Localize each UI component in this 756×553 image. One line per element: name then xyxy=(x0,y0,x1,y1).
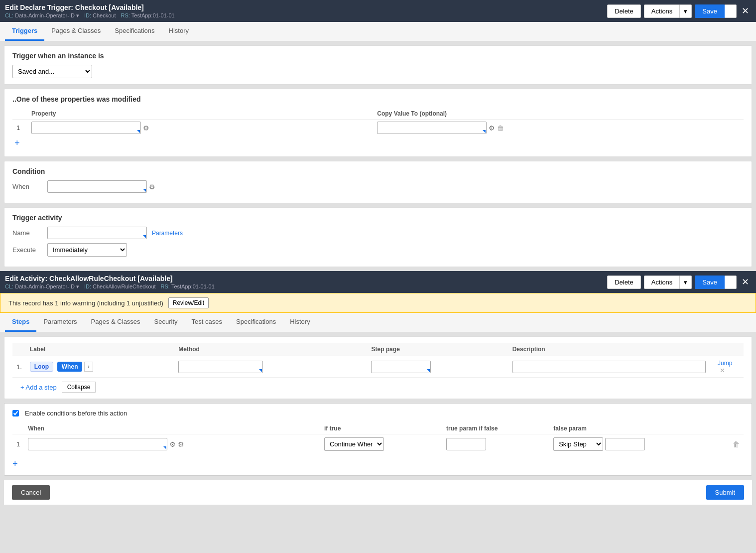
cond-if-true-select[interactable]: Continue Whens Skip Step Stop Activity xyxy=(324,437,384,451)
when-tag[interactable]: When xyxy=(57,362,83,372)
step-page-input[interactable] xyxy=(371,361,431,373)
bottom-id: ID: CheckAllowRuleCheckout xyxy=(84,283,156,290)
method-input[interactable]: Page-Set-Messages xyxy=(178,361,263,373)
bottom-close-button[interactable]: ✕ xyxy=(740,276,751,287)
saved-and-select[interactable]: Saved and... Created Deleted xyxy=(12,65,92,78)
top-save-button[interactable]: Save xyxy=(695,4,725,18)
step-page-tri xyxy=(427,369,430,372)
tab-security[interactable]: Security xyxy=(147,313,185,332)
step-page-cell xyxy=(367,356,508,378)
copy-value-input[interactable] xyxy=(377,122,487,134)
review-edit-button[interactable]: Review/Edit xyxy=(168,297,209,308)
steps-table: Label Method Step page Description 1. Lo… xyxy=(12,343,744,378)
top-actions-dropdown[interactable]: ▾ xyxy=(680,4,692,18)
step-num: 1. xyxy=(12,356,26,378)
top-header-buttons: Delete Actions ▾ Save ▾ ✕ xyxy=(607,4,751,18)
step-num-text: 1. xyxy=(16,363,22,371)
cancel-button[interactable]: Cancel xyxy=(12,485,50,500)
top-tabs-bar: Triggers Pages & Classes Specifications … xyxy=(0,22,756,41)
conditions-panel: Enable conditions before this action Whe… xyxy=(4,403,752,476)
execute-select[interactable]: Immediately Deferred Background xyxy=(47,243,127,257)
tab-triggers[interactable]: Triggers xyxy=(5,22,44,41)
when-gear-icon[interactable]: ⚙ xyxy=(149,183,155,191)
submit-button[interactable]: Submit xyxy=(706,485,744,500)
top-close-button[interactable]: ✕ xyxy=(740,5,751,16)
cond-false-select[interactable]: Skip Step Stop Activity Continue Whens xyxy=(553,437,603,451)
cond-when-wrapper: .pyAllowRuleCheckOut="true" xyxy=(28,438,167,450)
tab-specifications-bottom[interactable]: Specifications xyxy=(229,313,283,332)
step-delete-icon[interactable]: ✕ xyxy=(720,367,725,374)
bottom-meta: CL: Data-Admin-Operator-ID ▾ ID: CheckAl… xyxy=(5,283,215,290)
tab-history[interactable]: History xyxy=(162,22,196,41)
cond-when-gear-icon[interactable]: ⚙ xyxy=(169,440,176,448)
tab-parameters[interactable]: Parameters xyxy=(36,313,84,332)
tab-test-cases[interactable]: Test cases xyxy=(185,313,229,332)
property-input-group: .pyAllowRuleCheckOut ⚙ xyxy=(31,122,369,134)
cond-false-param-input[interactable] xyxy=(605,438,645,450)
warning-text: This record has 1 info warning (includin… xyxy=(8,299,163,307)
add-step-button[interactable]: + Add a step xyxy=(20,384,57,391)
description-input[interactable]: Add a message to the page xyxy=(512,361,706,373)
jump-button[interactable]: Jump xyxy=(718,360,732,367)
when-input[interactable] xyxy=(47,180,147,193)
trigger-when-section: Trigger when an instance is Saved and...… xyxy=(4,45,752,85)
step-page-wrapper xyxy=(371,361,431,373)
top-id-label: ID: xyxy=(84,12,91,18)
cond-when-config-icon[interactable]: ⚙ xyxy=(178,440,184,448)
copy-gear-icon[interactable]: ⚙ xyxy=(489,124,495,132)
cond-delete-cell: 🗑 xyxy=(729,434,744,454)
conditions-header: Enable conditions before this action xyxy=(12,410,744,417)
top-cl-dropdown-icon[interactable]: ▾ xyxy=(76,12,79,19)
parameters-link[interactable]: Parameters xyxy=(152,230,183,237)
step-method-cell: Page-Set-Messages xyxy=(174,356,367,378)
copy-delete-icon[interactable]: 🗑 xyxy=(497,124,504,132)
cond-delete-icon[interactable]: 🗑 xyxy=(733,440,740,448)
top-actions-button[interactable]: Actions xyxy=(644,4,680,18)
bottom-cl-value: Data-Admin-Operator-ID xyxy=(15,283,75,289)
bottom-delete-button[interactable]: Delete xyxy=(607,276,641,289)
collapse-button[interactable]: Collapse xyxy=(62,382,96,393)
when-label: When xyxy=(12,183,42,190)
property-input[interactable]: .pyAllowRuleCheckOut xyxy=(31,122,141,134)
top-delete-button[interactable]: Delete xyxy=(607,4,641,18)
col-description: Description xyxy=(508,343,714,356)
add-property-button[interactable]: + xyxy=(12,136,744,150)
tab-specifications[interactable]: Specifications xyxy=(108,22,161,41)
copy-input-group: ⚙ 🗑 xyxy=(377,122,740,134)
steps-header-row: Label Method Step page Description xyxy=(12,343,744,356)
top-id-value: Checkout xyxy=(93,12,116,18)
activity-name-input[interactable]: CheckAllowRuleCheckout xyxy=(47,227,147,239)
enable-conditions-checkbox[interactable] xyxy=(12,410,19,416)
trigger-when-title: Trigger when an instance is xyxy=(12,52,744,60)
top-cl: CL: Data-Admin-Operator-ID ▾ xyxy=(5,12,79,19)
bottom-actions-dropdown[interactable]: ▾ xyxy=(680,276,692,289)
cond-col-if-true: if true xyxy=(320,423,442,434)
bottom-title: Edit Activity: CheckAllowRuleCheckout [A… xyxy=(5,275,215,282)
arrow-tag[interactable]: › xyxy=(84,362,93,372)
bottom-cl: CL: Data-Admin-Operator-ID ▾ xyxy=(5,283,79,290)
property-input-wrapper: .pyAllowRuleCheckOut xyxy=(31,122,141,134)
add-condition-row: + xyxy=(12,459,744,469)
when-tri-icon xyxy=(143,189,146,192)
top-title: Edit Declare Trigger: Checkout [Availabl… xyxy=(5,3,175,11)
loop-tag[interactable]: Loop xyxy=(30,362,53,372)
cond-when-group: .pyAllowRuleCheckOut="true" ⚙ ⚙ xyxy=(28,438,316,450)
top-save-dropdown[interactable]: ▾ xyxy=(725,4,737,18)
bottom-save-button[interactable]: Save xyxy=(695,276,725,289)
bottom-cl-dropdown-icon[interactable]: ▾ xyxy=(76,283,79,290)
cond-when-input[interactable]: .pyAllowRuleCheckOut="true" xyxy=(28,438,167,450)
tab-pages-classes[interactable]: Pages & Classes xyxy=(44,22,108,41)
tab-history-bottom[interactable]: History xyxy=(283,313,317,332)
execute-row: Execute Immediately Deferred Background xyxy=(12,243,744,257)
conditions-table: When if true true param if false false p… xyxy=(12,423,744,454)
cond-true-param-input[interactable] xyxy=(446,438,486,450)
tab-pages-classes-bottom[interactable]: Pages & Classes xyxy=(84,313,147,332)
modal-footer: Cancel Submit xyxy=(4,480,752,505)
row1-copy-cell: ⚙ 🗑 xyxy=(373,120,744,137)
add-condition-button[interactable]: + xyxy=(12,459,18,469)
tab-steps[interactable]: Steps xyxy=(5,313,36,332)
bottom-actions-button[interactable]: Actions xyxy=(644,276,680,289)
property-gear-icon[interactable]: ⚙ xyxy=(143,124,149,132)
bottom-id-label: ID: xyxy=(84,283,91,289)
bottom-save-dropdown[interactable]: ▾ xyxy=(725,276,737,289)
